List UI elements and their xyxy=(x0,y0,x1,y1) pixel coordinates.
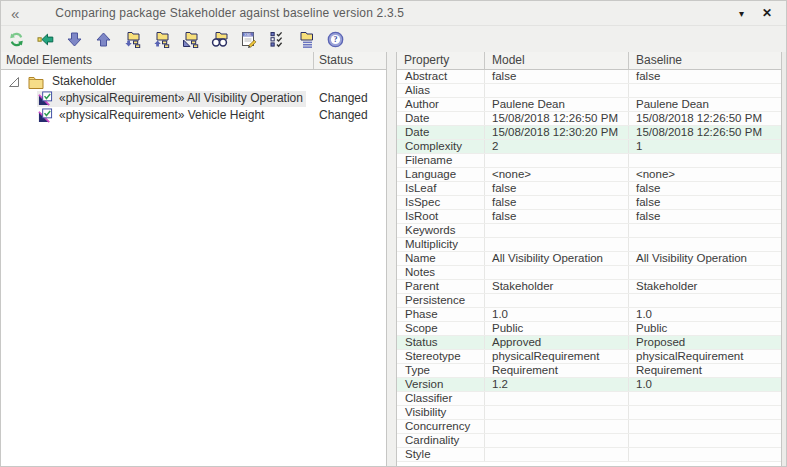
tree-item-label: «physicalRequirement» All Visibility Ope… xyxy=(59,90,303,107)
edit-xml-button[interactable]: XML xyxy=(236,28,260,50)
property-name: Author xyxy=(397,98,485,111)
model-value xyxy=(485,266,629,279)
baseline-value xyxy=(629,434,781,447)
property-row[interactable]: Concurrency xyxy=(397,420,781,434)
property-row[interactable]: StereotypephysicalRequirementphysicalReq… xyxy=(397,350,781,364)
merge-to-baseline-button[interactable] xyxy=(149,28,173,50)
next-difference-button[interactable] xyxy=(62,28,86,50)
property-row[interactable]: Phase1.01.0 xyxy=(397,308,781,322)
content-area: Model Elements Status Stakeholder xyxy=(1,52,786,466)
property-name: Version xyxy=(397,378,485,391)
property-row[interactable]: IsLeaffalsefalse xyxy=(397,182,781,196)
help-button[interactable]: ? xyxy=(323,28,347,50)
folder-triangle-icon xyxy=(182,31,199,48)
property-name: Keywords xyxy=(397,224,485,237)
property-row[interactable]: NameAll Visibility OperationAll Visibili… xyxy=(397,252,781,266)
property-row[interactable]: Cardinality xyxy=(397,434,781,448)
tree-item[interactable]: «physicalRequirement» All Visibility Ope… xyxy=(1,90,386,107)
baseline-value: Paulene Dean xyxy=(629,98,781,111)
property-name: Classifier xyxy=(397,392,485,405)
folder-icon xyxy=(28,75,44,89)
tree-item[interactable]: «physicalRequirement» Vehicle HeightChan… xyxy=(1,107,386,124)
model-value xyxy=(485,238,629,251)
tree-node-package[interactable]: Stakeholder xyxy=(1,73,386,90)
baseline-value: false xyxy=(629,210,781,223)
model-value xyxy=(485,420,629,433)
property-row[interactable]: Keywords xyxy=(397,224,781,238)
property-row[interactable]: Date15/08/2018 12:26:50 PM15/08/2018 12:… xyxy=(397,112,781,126)
tree-item-label-wrap: «physicalRequirement» Vehicle Height xyxy=(37,108,267,124)
locate-in-browser-button[interactable] xyxy=(178,28,202,50)
property-row[interactable]: Classifier xyxy=(397,392,781,406)
model-value: 1.2 xyxy=(485,378,629,391)
collapse-panel-button[interactable]: « xyxy=(11,6,19,21)
property-name: Name xyxy=(397,252,485,265)
baseline-value: 15/08/2018 12:26:50 PM xyxy=(629,126,781,139)
property-row[interactable]: ScopePublicPublic xyxy=(397,322,781,336)
property-name: Abstract xyxy=(397,70,485,83)
property-row[interactable]: Language<none><none> xyxy=(397,168,781,182)
panel-splitter[interactable] xyxy=(387,52,396,466)
merge-to-model-button[interactable] xyxy=(33,28,57,50)
property-name: IsLeaf xyxy=(397,182,485,195)
property-row[interactable]: Multiplicity xyxy=(397,238,781,252)
left-panel-header: Model Elements Status xyxy=(1,52,386,70)
property-row[interactable]: AuthorPaulene DeanPaulene Dean xyxy=(397,98,781,112)
property-row[interactable]: Persistence xyxy=(397,294,781,308)
window-menu-button[interactable]: ▾ xyxy=(739,8,744,19)
up-arrow-icon xyxy=(95,31,112,48)
property-name: Phase xyxy=(397,308,485,321)
column-header-property: Property xyxy=(397,52,485,69)
baseline-value: <none> xyxy=(629,168,781,181)
baseline-value: false xyxy=(629,182,781,195)
compare-utility-window: « Comparing package Stakeholder against … xyxy=(0,0,787,467)
model-value xyxy=(485,224,629,237)
previous-difference-button[interactable] xyxy=(91,28,115,50)
baseline-value xyxy=(629,84,781,97)
property-row[interactable]: Filename xyxy=(397,154,781,168)
property-row[interactable]: Alias xyxy=(397,84,781,98)
property-name: Style xyxy=(397,448,485,461)
svg-text:XML: XML xyxy=(244,32,251,36)
property-row[interactable]: Version1.21.0 xyxy=(397,378,781,392)
property-name: Notes xyxy=(397,266,485,279)
property-row[interactable]: TypeRequirementRequirement xyxy=(397,364,781,378)
baseline-value xyxy=(629,420,781,433)
merge-log-button[interactable] xyxy=(294,28,318,50)
model-elements-tree: Stakeholder «physicalRequirement» All Vi… xyxy=(1,70,386,466)
baseline-value: Stakeholder xyxy=(629,280,781,293)
baseline-value: Proposed xyxy=(629,336,781,349)
property-row[interactable]: Style xyxy=(397,448,781,462)
property-name: Type xyxy=(397,364,485,377)
model-elements-panel: Model Elements Status Stakeholder xyxy=(1,52,387,466)
expander-icon[interactable] xyxy=(8,76,20,88)
tree-item-label-wrap: «physicalRequirement» All Visibility Ope… xyxy=(37,91,306,107)
close-button[interactable]: ✕ xyxy=(762,6,772,20)
model-value: Requirement xyxy=(485,364,629,377)
property-row[interactable]: StatusApprovedProposed xyxy=(397,336,781,350)
baseline-value: 1.0 xyxy=(629,378,781,391)
property-row[interactable]: ParentStakeholderStakeholder xyxy=(397,280,781,294)
property-name: Date xyxy=(397,112,485,125)
property-row[interactable]: Visibility xyxy=(397,406,781,420)
property-row[interactable]: Notes xyxy=(397,266,781,280)
model-value: Approved xyxy=(485,336,629,349)
baseline-value xyxy=(629,154,781,167)
compare-options-button[interactable] xyxy=(265,28,289,50)
property-name: Complexity xyxy=(397,140,485,153)
refresh-button[interactable] xyxy=(4,28,28,50)
property-row[interactable]: Abstractfalsefalse xyxy=(397,70,781,84)
property-row[interactable]: IsSpecfalsefalse xyxy=(397,196,781,210)
property-row[interactable]: Date15/08/2018 12:30:20 PM15/08/2018 12:… xyxy=(397,126,781,140)
model-value: false xyxy=(485,70,629,83)
tree-item-status: Changed xyxy=(319,107,368,124)
property-row[interactable]: IsRootfalsefalse xyxy=(397,210,781,224)
model-value xyxy=(485,448,629,461)
merge-from-baseline-button[interactable] xyxy=(120,28,144,50)
baseline-value xyxy=(629,238,781,251)
help-icon: ? xyxy=(327,31,344,48)
property-row[interactable]: Complexity21 xyxy=(397,140,781,154)
property-name: Persistence xyxy=(397,294,485,307)
xml-document-pencil-icon: XML xyxy=(240,31,257,48)
find-in-diagrams-button[interactable] xyxy=(207,28,231,50)
